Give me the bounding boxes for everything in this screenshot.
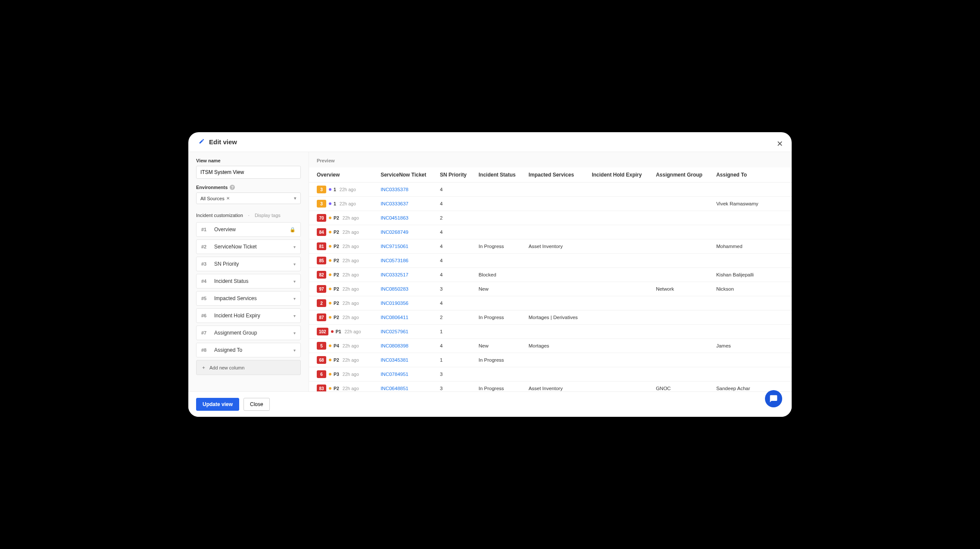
table-header[interactable]: ServiceNow Ticket — [376, 167, 436, 183]
table-row[interactable]: 2P222h ago INC0190356 4 — [309, 296, 792, 310]
table-row[interactable]: 82P222h ago INC0332517 4 Blocked Kishan … — [309, 268, 792, 282]
chevron-down-icon[interactable]: ▾ — [293, 313, 296, 318]
table-row[interactable]: 68P222h ago INC0345381 1 In Progress — [309, 353, 792, 367]
ticket-link[interactable]: INC0850283 — [381, 286, 409, 292]
table-row[interactable]: 70P222h ago INC0451863 2 — [309, 211, 792, 225]
age-text: 22h ago — [343, 357, 359, 363]
priority-indicator: P2 — [329, 386, 339, 391]
ticket-link[interactable]: INC0268749 — [381, 230, 409, 235]
priority-indicator: P2 — [329, 272, 339, 277]
update-view-button[interactable]: Update view — [196, 398, 239, 411]
ticket-link[interactable]: INC0451863 — [381, 215, 409, 220]
count-badge: 68 — [317, 356, 326, 364]
column-item[interactable]: #2 ServiceNow Ticket ▾ — [196, 239, 301, 254]
chevron-down-icon[interactable]: ▾ — [293, 279, 296, 284]
priority-indicator: P2 — [329, 215, 339, 220]
table-row[interactable]: 97P222h ago INC0850283 3 New Network Nic… — [309, 282, 792, 296]
table-row[interactable]: 84P222h ago INC0268749 4 — [309, 225, 792, 239]
expiry-cell — [587, 325, 652, 339]
sn-priority-cell: 4 — [436, 197, 474, 211]
age-text: 22h ago — [343, 343, 359, 348]
column-item[interactable]: #5 Impacted Services ▾ — [196, 291, 301, 306]
table-row[interactable]: 3122h ago INC0333637 4 Vivek Ramaswamy — [309, 197, 792, 211]
sn-priority-cell: 4 — [436, 239, 474, 254]
priority-indicator: P2 — [329, 286, 339, 292]
column-number: #1 — [201, 227, 209, 232]
ticket-link[interactable]: INC0257961 — [381, 329, 409, 334]
column-name: ServiceNow Ticket — [214, 244, 288, 250]
tab-incident-customization[interactable]: Incident customization — [196, 213, 243, 218]
ticket-link[interactable]: INC0648851 — [381, 386, 409, 391]
table-row[interactable]: 85P222h ago INC0573186 4 — [309, 254, 792, 268]
priority-indicator: 1 — [329, 201, 336, 206]
chevron-down-icon[interactable]: ▾ — [293, 296, 296, 301]
column-item[interactable]: #7 Assignment Group ▾ — [196, 326, 301, 340]
close-button[interactable]: Close — [243, 398, 270, 411]
assigned-cell — [712, 310, 792, 325]
column-item[interactable]: #6 Incident Hold Expiry ▾ — [196, 308, 301, 323]
view-name-input[interactable] — [196, 166, 301, 179]
ticket-link[interactable]: INC0332517 — [381, 272, 409, 277]
count-badge: 6 — [317, 370, 326, 378]
count-badge: 3 — [317, 186, 326, 193]
chip-remove-icon[interactable]: ✕ — [226, 196, 230, 201]
priority-indicator: P2 — [329, 357, 339, 363]
close-icon[interactable]: ✕ — [777, 139, 783, 149]
assigned-cell — [712, 296, 792, 310]
preview-scroll[interactable]: OverviewServiceNow TicketSN PriorityInci… — [309, 167, 792, 391]
env-chip[interactable]: All Sources✕ — [200, 196, 230, 201]
ticket-link[interactable]: INC0784951 — [381, 372, 409, 377]
sn-priority-cell: 2 — [436, 310, 474, 325]
ticket-link[interactable]: INC9715061 — [381, 244, 409, 249]
add-column-button[interactable]: ＋ Add new column — [196, 360, 301, 375]
column-item[interactable]: #8 Assigned To ▾ — [196, 343, 301, 357]
assigned-cell: Kishan Balijepalli — [712, 268, 792, 282]
sn-priority-cell: 3 — [436, 282, 474, 296]
table-row[interactable]: 5P422h ago INC0808398 4 New Mortages Jam… — [309, 339, 792, 353]
age-text: 22h ago — [343, 301, 359, 306]
tab-display-tags[interactable]: Display tags — [255, 213, 281, 218]
ticket-link[interactable]: INC0806411 — [381, 315, 409, 320]
ticket-link[interactable]: INC0573186 — [381, 258, 409, 263]
help-icon[interactable]: ? — [230, 185, 235, 190]
group-cell: GNOC — [652, 382, 712, 392]
count-badge: 5 — [317, 342, 326, 350]
expiry-cell — [587, 339, 652, 353]
table-header[interactable]: Assignment Group — [652, 167, 712, 183]
ticket-link[interactable]: INC0190356 — [381, 301, 409, 306]
chevron-down-icon[interactable]: ▾ — [293, 262, 296, 267]
table-header[interactable]: Overview — [309, 167, 376, 183]
services-cell — [524, 353, 587, 367]
table-row[interactable]: 6P322h ago INC0784951 3 — [309, 367, 792, 382]
column-item[interactable]: #1 Overview 🔒 — [196, 222, 301, 237]
table-row[interactable]: 81P222h ago INC9715061 4 In Progress Ass… — [309, 239, 792, 254]
status-cell — [474, 183, 524, 197]
table-row[interactable]: 102P122h ago INC0257961 1 — [309, 325, 792, 339]
age-text: 22h ago — [343, 272, 359, 277]
chevron-down-icon[interactable]: ▾ — [293, 348, 296, 353]
table-header[interactable]: SN Priority — [436, 167, 474, 183]
ticket-link[interactable]: INC0335378 — [381, 187, 409, 192]
chevron-down-icon[interactable]: ▾ — [293, 245, 296, 249]
table-row[interactable]: 3122h ago INC0335378 4 — [309, 183, 792, 197]
ticket-link[interactable]: INC0808398 — [381, 343, 409, 348]
assigned-cell — [712, 353, 792, 367]
ticket-link[interactable]: INC0333637 — [381, 201, 409, 206]
column-name: Incident Status — [214, 278, 288, 284]
table-header[interactable]: Incident Status — [474, 167, 524, 183]
table-header[interactable]: Assigned To — [712, 167, 792, 183]
column-item[interactable]: #4 Incident Status ▾ — [196, 274, 301, 288]
assigned-cell — [712, 183, 792, 197]
ticket-link[interactable]: INC0345381 — [381, 357, 409, 363]
services-cell — [524, 225, 587, 239]
age-text: 22h ago — [345, 329, 361, 334]
environments-select[interactable]: All Sources✕ ▾ — [196, 192, 301, 204]
column-number: #7 — [201, 330, 209, 335]
table-row[interactable]: 87P222h ago INC0806411 2 In Progress Mor… — [309, 310, 792, 325]
table-header[interactable]: Impacted Services — [524, 167, 587, 183]
table-row[interactable]: 83P222h ago INC0648851 3 In Progress Ass… — [309, 382, 792, 392]
table-header[interactable]: Incident Hold Expiry — [587, 167, 652, 183]
column-item[interactable]: #3 SN Priority ▾ — [196, 257, 301, 271]
chevron-down-icon[interactable]: ▾ — [293, 331, 296, 335]
chat-icon[interactable] — [765, 390, 782, 407]
